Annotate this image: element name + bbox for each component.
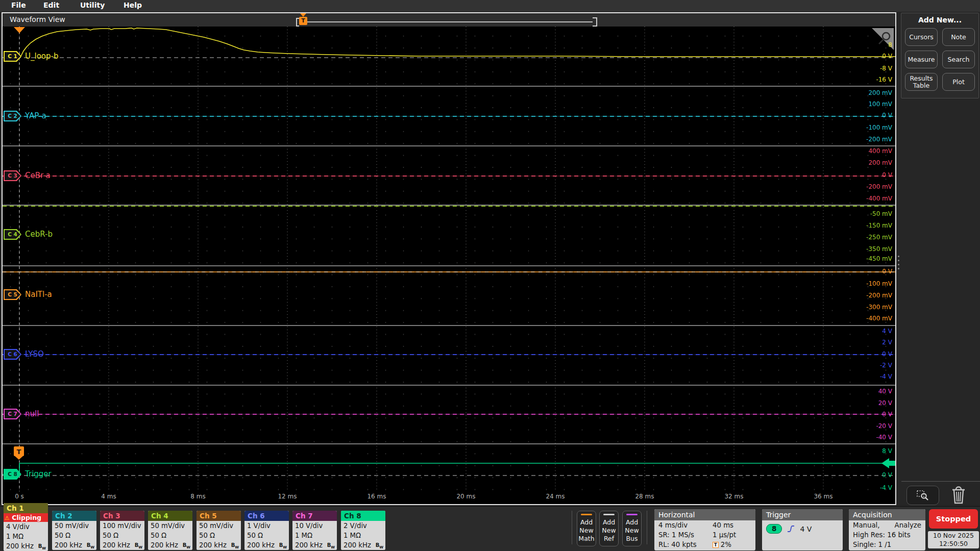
channel-settings-header: Ch 7 bbox=[292, 511, 337, 521]
axis-label-c-3: -400 mV bbox=[866, 195, 892, 202]
panel-splitter-handle[interactable] bbox=[897, 253, 900, 269]
time-label: 36 ms bbox=[814, 493, 832, 500]
record-line bbox=[299, 21, 593, 22]
horizontal-row: SR: 1 MS/s1 μs/pt bbox=[654, 530, 755, 540]
add-new-title: Add New... bbox=[901, 16, 978, 24]
channel-name-c-4[interactable]: CebR-b bbox=[25, 230, 53, 239]
axis-label-c-3: 400 mV bbox=[868, 147, 892, 155]
axis-label-c-7: 0 V bbox=[882, 411, 892, 418]
channel-settings-row: 1 MΩ bbox=[4, 532, 48, 541]
bottom-divider-1 bbox=[572, 511, 572, 544]
waveform-view-frame: Waveform View T T 80 V-8 V-16 VC 1U_loop… bbox=[2, 12, 896, 505]
zoom-region-button[interactable] bbox=[906, 486, 939, 505]
axis-label-c-4: -250 mV bbox=[866, 234, 892, 241]
axis-label-c-2: -100 mV bbox=[866, 124, 892, 131]
channel-badge-c-3[interactable]: C 3 bbox=[4, 170, 21, 181]
channel-settings-ch-8[interactable]: Ch 82 V/div1 MΩ200 kHzBW bbox=[341, 511, 385, 550]
menu-item-file[interactable]: File bbox=[11, 1, 26, 9]
axis-label-c-4: -50 mV bbox=[870, 210, 892, 217]
add-new-search-button[interactable]: Search bbox=[942, 51, 975, 68]
channel-name-c-1[interactable]: U_loop-b bbox=[25, 52, 58, 61]
add-new-bus-button[interactable]: AddNewBus bbox=[622, 511, 642, 546]
channel-settings-row: 50 mV/div bbox=[52, 521, 96, 531]
channel-badge-c-2[interactable]: C 2 bbox=[4, 111, 21, 121]
channel-settings-row: 1 MΩ bbox=[341, 531, 385, 540]
channel-settings-row: 50 mV/div bbox=[197, 521, 241, 531]
menu-item-utility[interactable]: Utility bbox=[80, 1, 105, 9]
add-new-ref-button[interactable]: AddNewRef bbox=[599, 511, 619, 546]
channel-settings-row: 4 V/div bbox=[4, 522, 48, 532]
trigger-level-value: 4 V bbox=[800, 525, 812, 533]
channel-settings-row: 1 V/div bbox=[244, 521, 289, 531]
axis-label-c-3: -200 mV bbox=[866, 183, 892, 190]
waveform-view-tabstrip: Waveform View T bbox=[3, 13, 895, 27]
add-new-cursors-button[interactable]: Cursors bbox=[905, 28, 938, 46]
menu-item-edit[interactable]: Edit bbox=[43, 1, 59, 9]
warning-icon: ⚠ bbox=[5, 515, 10, 521]
channel-settings-ch-6[interactable]: Ch 61 V/div50 Ω200 kHzBW bbox=[244, 511, 289, 550]
time-label: 32 ms bbox=[724, 493, 743, 500]
add-new-measure-button[interactable]: Measure bbox=[905, 51, 938, 68]
trigger-position-pointer-icon bbox=[300, 13, 306, 17]
channel-settings-ch-4[interactable]: Ch 450 mV/div50 Ω200 kHzBW bbox=[148, 511, 192, 550]
add-new-plot-button[interactable]: Plot bbox=[942, 73, 975, 91]
clipping-warning: ⚠ Clipping bbox=[4, 513, 48, 522]
channel-name-c-8[interactable]: Trigger bbox=[25, 469, 52, 479]
channel-badge-c-6[interactable]: C 6 bbox=[4, 349, 21, 360]
trigger-panel[interactable]: Trigger 8 4 V bbox=[762, 509, 843, 550]
time-label: 12 ms bbox=[278, 493, 297, 500]
channel-settings-ch-5[interactable]: Ch 550 mV/div50 Ω200 kHzBW bbox=[197, 511, 241, 550]
channel-badge-c-4[interactable]: C 4 bbox=[4, 229, 21, 240]
add-new-results-table-button[interactable]: Results Table bbox=[905, 73, 938, 91]
menu-item-help[interactable]: Help bbox=[124, 1, 142, 9]
add-new-math-button[interactable]: AddNewMath bbox=[577, 511, 596, 546]
channel-settings-ch-7[interactable]: Ch 710 V/div1 MΩ200 kHzBW bbox=[292, 511, 337, 550]
waveform-grid[interactable]: T 80 V-8 V-16 VC 1U_loop-b200 mV100 mV0 … bbox=[3, 27, 895, 491]
channel-badge-c-1[interactable]: C 1 bbox=[4, 51, 21, 62]
channel-settings-ch-2[interactable]: Ch 250 mV/div50 Ω200 kHzBW bbox=[52, 511, 96, 550]
channel-settings-header: Ch 5 bbox=[197, 511, 241, 521]
horizontal-panel[interactable]: Horizontal 4 ms/div40 msSR: 1 MS/s1 μs/p… bbox=[654, 509, 755, 550]
axis-label-c-2: 0 V bbox=[882, 112, 892, 119]
channel-settings-ch-3[interactable]: Ch 3100 mV/div50 Ω200 kHzBW bbox=[100, 511, 144, 550]
channel-badge-c-8[interactable]: C 8 bbox=[4, 469, 21, 480]
add-new-note-button[interactable]: Note bbox=[942, 28, 975, 46]
waveform-view-title: Waveform View bbox=[10, 15, 65, 23]
channel-settings-row: 1 MΩ bbox=[292, 531, 337, 540]
channel-name-c-5[interactable]: NaITl-a bbox=[25, 290, 52, 299]
channel-settings-row: 50 Ω bbox=[148, 531, 192, 540]
channel-settings-row: 200 kHzBW bbox=[292, 540, 337, 550]
zoom-region-icon bbox=[915, 489, 930, 502]
channel-badge-label: C 3 bbox=[5, 171, 20, 180]
channel-badge-label: C 1 bbox=[5, 52, 20, 61]
channel-badge-label: C 5 bbox=[5, 290, 20, 299]
trigger-position-flag[interactable]: T bbox=[299, 17, 307, 25]
horizontal-position-indicator[interactable]: T bbox=[296, 13, 597, 27]
trash-button[interactable] bbox=[948, 485, 969, 505]
channel-settings-ch-1[interactable]: Ch 1⚠ Clipping4 V/div1 MΩ200 kHzBW bbox=[4, 503, 48, 551]
horizontal-row: 4 ms/div40 ms bbox=[654, 520, 755, 530]
channel-name-c-3[interactable]: CeBr-a bbox=[25, 171, 51, 180]
channel-badge-label: C 7 bbox=[5, 410, 20, 418]
channel-settings-row: 200 kHzBW bbox=[341, 540, 385, 550]
channel-badge-c-5[interactable]: C 5 bbox=[4, 289, 21, 300]
channel-name-c-2[interactable]: YAP-a bbox=[25, 111, 46, 120]
time-label: 0 s bbox=[15, 493, 24, 500]
acquisition-panel[interactable]: Acquisition Manual, Analyze High Res: 16… bbox=[849, 509, 925, 550]
channel-badge-c-7[interactable]: C 7 bbox=[4, 409, 21, 419]
bandwidth-limit-badge: BW bbox=[279, 540, 287, 550]
accent-strip bbox=[603, 514, 615, 515]
trash-icon bbox=[950, 485, 967, 505]
trigger-source-badge: 8 bbox=[766, 524, 782, 534]
run-stop-status-button[interactable]: Stopped bbox=[929, 509, 978, 529]
side-tools-divider bbox=[901, 481, 980, 482]
acquisition-rows: High Res: 16 bitsSingle: 1 /1 bbox=[849, 530, 925, 549]
accent-strip bbox=[626, 514, 638, 515]
horizontal-row: RL: 40 kptsT2% bbox=[654, 540, 755, 549]
horizontal-panel-title: Horizontal bbox=[654, 509, 755, 520]
axis-label-c-4: -450 mV bbox=[866, 255, 892, 262]
axis-label-c-3: 200 mV bbox=[868, 159, 892, 166]
channel-name-c-7[interactable]: null bbox=[25, 409, 39, 418]
channel-name-c-6[interactable]: LYSO bbox=[25, 349, 44, 359]
axis-label-c-3: 0 V bbox=[882, 171, 892, 179]
